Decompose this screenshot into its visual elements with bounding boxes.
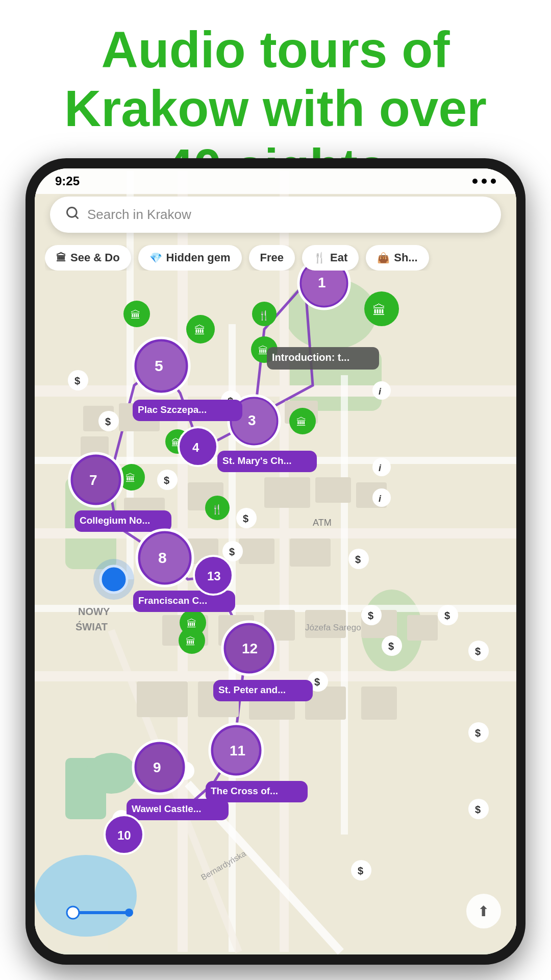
svg-text:$: $ [444,610,450,621]
search-icon [65,206,80,224]
svg-text:Collegium No...: Collegium No... [80,515,150,526]
svg-text:$: $ [475,804,481,815]
map-svg: ATM Bernardyńska Józefa Sarego NOWY ŚWIA… [35,168,516,954]
status-bar: 9:25 [35,168,516,194]
chip-see-do[interactable]: 🏛 See & Do [45,245,131,271]
svg-rect-42 [361,687,397,720]
svg-text:4: 4 [192,440,199,454]
svg-point-156 [35,855,137,937]
svg-text:$: $ [164,475,169,486]
chip-hidden-gem-label: Hidden gem [166,251,231,264]
eat-icon: 🍴 [313,252,326,264]
svg-text:$: $ [388,641,394,652]
svg-text:NOWY: NOWY [78,606,110,617]
svg-line-165 [75,215,78,218]
shop-icon: 👜 [377,252,390,264]
svg-rect-30 [239,538,274,564]
svg-text:3: 3 [248,412,256,428]
map-container[interactable]: ATM Bernardyńska Józefa Sarego NOWY ŚWIA… [35,168,516,954]
filter-chips: 🏛 See & Do 💎 Hidden gem Free 🍴 Eat 👜 Sh.… [45,245,511,271]
svg-text:$: $ [243,513,248,524]
svg-rect-7 [35,385,516,397]
svg-text:$: $ [314,676,320,688]
svg-text:ATM: ATM [313,518,332,528]
svg-text:12: 12 [242,641,258,656]
chip-eat[interactable]: 🍴 Eat [302,245,359,271]
svg-text:$: $ [358,865,363,876]
svg-text:$: $ [475,727,481,739]
hidden-gem-icon: 💎 [149,252,162,264]
svg-text:11: 11 [230,743,245,758]
svg-rect-27 [315,477,351,503]
chip-shop[interactable]: 👜 Sh... [366,245,429,271]
chip-free-label: Free [260,251,284,264]
svg-text:1: 1 [318,275,326,290]
svg-text:$: $ [229,546,235,557]
svg-text:⬆: ⬆ [478,903,489,919]
svg-text:10: 10 [117,828,131,842]
svg-rect-26 [264,477,310,508]
svg-text:🍴: 🍴 [211,504,223,515]
svg-text:🏛: 🏛 [126,473,136,484]
svg-text:$: $ [368,610,373,621]
svg-point-161 [125,909,133,917]
svg-text:ŚWIAT: ŚWIAT [76,621,108,632]
svg-rect-159 [76,911,127,914]
signal-icon [472,179,478,184]
svg-text:🏛: 🏛 [194,324,206,337]
svg-text:$: $ [105,416,111,427]
svg-point-129 [93,559,134,600]
svg-rect-38 [137,681,188,717]
svg-text:Introduction: t...: Introduction: t... [272,352,349,363]
phone-screen: ATM Bernardyńska Józefa Sarego NOWY ŚWIA… [35,168,516,954]
svg-rect-16 [341,375,348,835]
search-placeholder: Search in Krakow [87,207,191,223]
svg-point-80 [372,458,391,476]
svg-point-160 [67,906,79,919]
svg-text:8: 8 [158,549,167,566]
svg-text:St. Mary's Ch...: St. Mary's Ch... [222,455,291,466]
svg-text:🍴: 🍴 [258,310,270,321]
svg-text:Józefa Sarego: Józefa Sarego [305,623,361,632]
svg-text:Wawel Castle...: Wawel Castle... [132,803,202,814]
svg-text:Franciscan C...: Franciscan C... [138,595,207,606]
svg-rect-37 [407,615,438,641]
chip-shop-label: Sh... [394,251,417,264]
svg-point-82 [372,488,391,507]
svg-text:🏛: 🏛 [296,416,307,428]
phone-frame: ATM Bernardyńska Józefa Sarego NOWY ŚWIA… [26,158,525,965]
chip-eat-label: Eat [330,251,347,264]
status-icons [472,179,496,184]
svg-text:$: $ [355,554,361,565]
svg-text:St. Peter and...: St. Peter and... [218,684,286,695]
chip-hidden-gem[interactable]: 💎 Hidden gem [138,245,242,271]
svg-text:🏛: 🏛 [372,303,386,318]
svg-text:13: 13 [207,569,221,583]
svg-point-6 [86,753,137,794]
svg-text:The Cross of...: The Cross of... [211,786,278,796]
svg-text:5: 5 [155,357,163,374]
chip-see-do-label: See & Do [70,251,120,264]
chip-free[interactable]: Free [249,245,295,271]
see-do-icon: 🏛 [56,252,66,264]
svg-text:🏛: 🏛 [186,636,196,647]
svg-rect-31 [290,538,331,567]
search-bar[interactable]: Search in Krakow [50,197,501,233]
svg-text:$: $ [74,375,80,386]
svg-point-78 [372,381,391,400]
battery-icon [491,179,496,184]
svg-text:9: 9 [153,760,161,775]
status-time: 9:25 [55,174,80,188]
svg-text:🏛: 🏛 [131,309,141,321]
svg-text:Plac Szczepa...: Plac Szczepa... [138,404,207,415]
svg-text:7: 7 [89,472,97,488]
svg-rect-10 [280,171,289,952]
svg-text:$: $ [475,646,481,657]
wifi-icon [482,179,487,184]
